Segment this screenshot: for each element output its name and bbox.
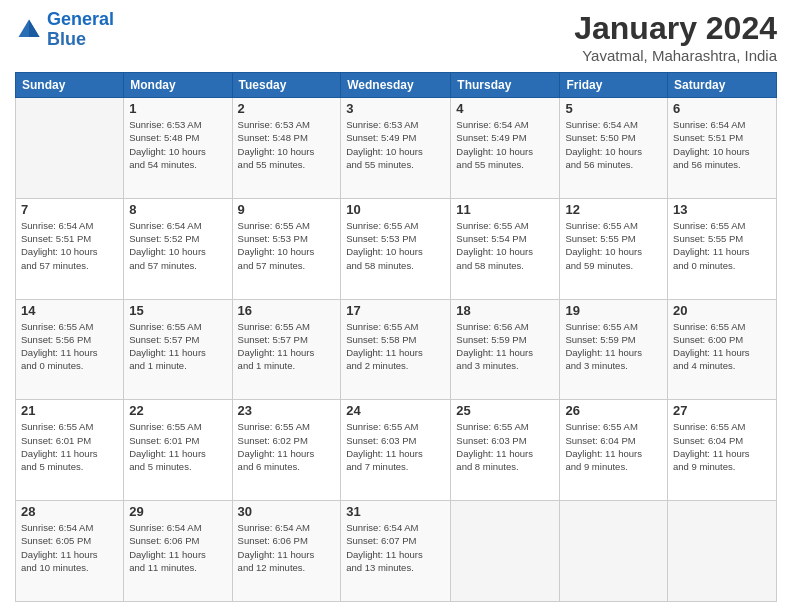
calendar-cell: 1Sunrise: 6:53 AM Sunset: 5:48 PM Daylig…	[124, 98, 232, 199]
day-info: Sunrise: 6:55 AM Sunset: 5:58 PM Dayligh…	[346, 320, 445, 373]
day-info: Sunrise: 6:53 AM Sunset: 5:48 PM Dayligh…	[129, 118, 226, 171]
day-info: Sunrise: 6:54 AM Sunset: 5:51 PM Dayligh…	[21, 219, 118, 272]
week-row-2: 14Sunrise: 6:55 AM Sunset: 5:56 PM Dayli…	[16, 299, 777, 400]
day-number: 28	[21, 504, 118, 519]
day-info: Sunrise: 6:55 AM Sunset: 5:53 PM Dayligh…	[238, 219, 336, 272]
calendar-table: SundayMondayTuesdayWednesdayThursdayFrid…	[15, 72, 777, 602]
week-row-4: 28Sunrise: 6:54 AM Sunset: 6:05 PM Dayli…	[16, 501, 777, 602]
day-number: 17	[346, 303, 445, 318]
logo-blue: Blue	[47, 29, 86, 49]
calendar-cell: 26Sunrise: 6:55 AM Sunset: 6:04 PM Dayli…	[560, 400, 668, 501]
day-number: 6	[673, 101, 771, 116]
day-info: Sunrise: 6:56 AM Sunset: 5:59 PM Dayligh…	[456, 320, 554, 373]
day-number: 3	[346, 101, 445, 116]
calendar-cell: 11Sunrise: 6:55 AM Sunset: 5:54 PM Dayli…	[451, 198, 560, 299]
calendar-cell	[16, 98, 124, 199]
day-info: Sunrise: 6:55 AM Sunset: 5:57 PM Dayligh…	[238, 320, 336, 373]
day-header-row: SundayMondayTuesdayWednesdayThursdayFrid…	[16, 73, 777, 98]
day-info: Sunrise: 6:54 AM Sunset: 6:05 PM Dayligh…	[21, 521, 118, 574]
day-header-saturday: Saturday	[668, 73, 777, 98]
day-number: 5	[565, 101, 662, 116]
day-number: 26	[565, 403, 662, 418]
title-block: January 2024 Yavatmal, Maharashtra, Indi…	[574, 10, 777, 64]
day-number: 10	[346, 202, 445, 217]
calendar-cell: 23Sunrise: 6:55 AM Sunset: 6:02 PM Dayli…	[232, 400, 341, 501]
day-number: 21	[21, 403, 118, 418]
day-number: 24	[346, 403, 445, 418]
day-number: 2	[238, 101, 336, 116]
page: General Blue January 2024 Yavatmal, Maha…	[0, 0, 792, 612]
day-info: Sunrise: 6:55 AM Sunset: 5:55 PM Dayligh…	[565, 219, 662, 272]
day-info: Sunrise: 6:54 AM Sunset: 6:06 PM Dayligh…	[238, 521, 336, 574]
calendar-cell: 7Sunrise: 6:54 AM Sunset: 5:51 PM Daylig…	[16, 198, 124, 299]
day-number: 4	[456, 101, 554, 116]
calendar-cell: 31Sunrise: 6:54 AM Sunset: 6:07 PM Dayli…	[341, 501, 451, 602]
logo-text: General Blue	[47, 10, 114, 50]
calendar-cell: 8Sunrise: 6:54 AM Sunset: 5:52 PM Daylig…	[124, 198, 232, 299]
calendar-cell: 12Sunrise: 6:55 AM Sunset: 5:55 PM Dayli…	[560, 198, 668, 299]
logo-icon	[15, 16, 43, 44]
day-info: Sunrise: 6:54 AM Sunset: 6:06 PM Dayligh…	[129, 521, 226, 574]
day-info: Sunrise: 6:55 AM Sunset: 6:04 PM Dayligh…	[565, 420, 662, 473]
calendar-cell: 3Sunrise: 6:53 AM Sunset: 5:49 PM Daylig…	[341, 98, 451, 199]
calendar-cell: 24Sunrise: 6:55 AM Sunset: 6:03 PM Dayli…	[341, 400, 451, 501]
day-number: 29	[129, 504, 226, 519]
day-header-tuesday: Tuesday	[232, 73, 341, 98]
day-number: 18	[456, 303, 554, 318]
day-number: 12	[565, 202, 662, 217]
calendar-cell: 22Sunrise: 6:55 AM Sunset: 6:01 PM Dayli…	[124, 400, 232, 501]
day-info: Sunrise: 6:54 AM Sunset: 5:50 PM Dayligh…	[565, 118, 662, 171]
day-info: Sunrise: 6:55 AM Sunset: 6:03 PM Dayligh…	[456, 420, 554, 473]
day-number: 22	[129, 403, 226, 418]
day-header-thursday: Thursday	[451, 73, 560, 98]
day-info: Sunrise: 6:55 AM Sunset: 6:02 PM Dayligh…	[238, 420, 336, 473]
day-number: 1	[129, 101, 226, 116]
day-number: 31	[346, 504, 445, 519]
calendar-cell: 18Sunrise: 6:56 AM Sunset: 5:59 PM Dayli…	[451, 299, 560, 400]
day-info: Sunrise: 6:54 AM Sunset: 5:49 PM Dayligh…	[456, 118, 554, 171]
day-info: Sunrise: 6:53 AM Sunset: 5:48 PM Dayligh…	[238, 118, 336, 171]
day-number: 30	[238, 504, 336, 519]
header: General Blue January 2024 Yavatmal, Maha…	[15, 10, 777, 64]
day-info: Sunrise: 6:54 AM Sunset: 5:52 PM Dayligh…	[129, 219, 226, 272]
day-info: Sunrise: 6:55 AM Sunset: 5:59 PM Dayligh…	[565, 320, 662, 373]
calendar-cell: 27Sunrise: 6:55 AM Sunset: 6:04 PM Dayli…	[668, 400, 777, 501]
day-info: Sunrise: 6:55 AM Sunset: 5:54 PM Dayligh…	[456, 219, 554, 272]
day-number: 8	[129, 202, 226, 217]
day-number: 27	[673, 403, 771, 418]
day-number: 20	[673, 303, 771, 318]
day-number: 11	[456, 202, 554, 217]
calendar-cell: 25Sunrise: 6:55 AM Sunset: 6:03 PM Dayli…	[451, 400, 560, 501]
day-info: Sunrise: 6:55 AM Sunset: 6:00 PM Dayligh…	[673, 320, 771, 373]
day-info: Sunrise: 6:55 AM Sunset: 5:56 PM Dayligh…	[21, 320, 118, 373]
day-info: Sunrise: 6:55 AM Sunset: 6:03 PM Dayligh…	[346, 420, 445, 473]
day-header-wednesday: Wednesday	[341, 73, 451, 98]
day-info: Sunrise: 6:54 AM Sunset: 6:07 PM Dayligh…	[346, 521, 445, 574]
day-info: Sunrise: 6:54 AM Sunset: 5:51 PM Dayligh…	[673, 118, 771, 171]
calendar-cell: 5Sunrise: 6:54 AM Sunset: 5:50 PM Daylig…	[560, 98, 668, 199]
week-row-1: 7Sunrise: 6:54 AM Sunset: 5:51 PM Daylig…	[16, 198, 777, 299]
day-number: 9	[238, 202, 336, 217]
calendar-cell: 14Sunrise: 6:55 AM Sunset: 5:56 PM Dayli…	[16, 299, 124, 400]
month-year: January 2024	[574, 10, 777, 47]
day-number: 14	[21, 303, 118, 318]
week-row-3: 21Sunrise: 6:55 AM Sunset: 6:01 PM Dayli…	[16, 400, 777, 501]
calendar-cell: 4Sunrise: 6:54 AM Sunset: 5:49 PM Daylig…	[451, 98, 560, 199]
day-info: Sunrise: 6:55 AM Sunset: 6:01 PM Dayligh…	[21, 420, 118, 473]
day-number: 15	[129, 303, 226, 318]
calendar-cell: 17Sunrise: 6:55 AM Sunset: 5:58 PM Dayli…	[341, 299, 451, 400]
calendar-cell: 16Sunrise: 6:55 AM Sunset: 5:57 PM Dayli…	[232, 299, 341, 400]
calendar-cell	[560, 501, 668, 602]
calendar-cell: 10Sunrise: 6:55 AM Sunset: 5:53 PM Dayli…	[341, 198, 451, 299]
calendar-cell: 20Sunrise: 6:55 AM Sunset: 6:00 PM Dayli…	[668, 299, 777, 400]
day-number: 13	[673, 202, 771, 217]
day-number: 23	[238, 403, 336, 418]
day-number: 7	[21, 202, 118, 217]
calendar-cell: 2Sunrise: 6:53 AM Sunset: 5:48 PM Daylig…	[232, 98, 341, 199]
calendar-cell: 9Sunrise: 6:55 AM Sunset: 5:53 PM Daylig…	[232, 198, 341, 299]
calendar-cell: 29Sunrise: 6:54 AM Sunset: 6:06 PM Dayli…	[124, 501, 232, 602]
day-info: Sunrise: 6:55 AM Sunset: 6:04 PM Dayligh…	[673, 420, 771, 473]
calendar-cell	[668, 501, 777, 602]
day-info: Sunrise: 6:55 AM Sunset: 5:57 PM Dayligh…	[129, 320, 226, 373]
day-number: 25	[456, 403, 554, 418]
